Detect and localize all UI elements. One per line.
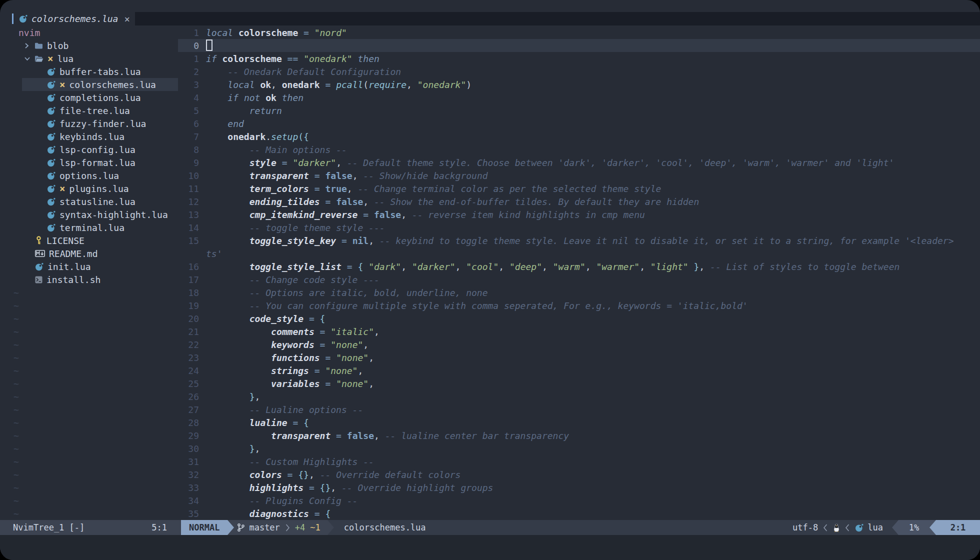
code-line[interactable]: 10 transparent = false, -- Show/hide bac… <box>178 169 980 182</box>
code-line[interactable]: 13 cmp_itemkind_reverse = false, -- reve… <box>178 208 980 221</box>
empty-line-tilde: ~ <box>0 468 178 481</box>
empty-line-tilde: ~ <box>0 429 178 442</box>
code-line[interactable]: 33 highlights = {}, -- Override highligh… <box>178 481 980 494</box>
code-line[interactable]: ts' <box>178 247 980 260</box>
tree-item-blob[interactable]: blob <box>0 39 178 52</box>
tree-item-lsp-config-lua[interactable]: lsp-config.lua <box>0 143 178 156</box>
tabline: colorschemes.lua × <box>0 12 980 26</box>
close-icon[interactable]: × <box>124 14 130 24</box>
chevron-down-icon[interactable] <box>24 56 31 62</box>
code-line[interactable]: 34 -- Plugins Config -- <box>178 494 980 507</box>
line-number: 31 <box>178 456 199 467</box>
line-text: -- Options are italic, bold, underline, … <box>206 288 488 298</box>
line-text: -- Plugins Config -- <box>206 496 358 506</box>
tree-item-options-lua[interactable]: options.lua <box>0 169 178 182</box>
code-line[interactable]: 11 term_colors = true, -- Change termina… <box>178 182 980 195</box>
code-line[interactable]: 29 transparent = false, -- lualine cente… <box>178 429 980 442</box>
line-number: 5 <box>178 106 199 116</box>
code-line[interactable]: 1if colorscheme == "onedark" then <box>178 52 980 65</box>
code-line[interactable]: 12 ending_tildes = false, -- Show the en… <box>178 195 980 208</box>
code-line[interactable]: 31 -- Custom Highlights -- <box>178 455 980 468</box>
code-line[interactable]: 6 end <box>178 117 980 130</box>
tree-item-lua[interactable]: ×lua <box>0 52 178 65</box>
lua-icon <box>47 80 56 89</box>
code-line[interactable]: 7 onedark.setup({ <box>178 130 980 143</box>
code-line[interactable]: 17 -- Change code style --- <box>178 273 980 286</box>
code-line[interactable]: 32 colors = {}, -- Override default colo… <box>178 468 980 481</box>
line-text: code_style = { <box>206 314 325 324</box>
line-text: ts' <box>206 248 222 259</box>
tree-item-terminal-lua[interactable]: terminal.lua <box>0 221 178 234</box>
line-number: 23 <box>178 352 199 363</box>
tree-item-init-lua[interactable]: init.lua <box>0 260 178 273</box>
code-line[interactable]: 21 comments = "italic", <box>178 325 980 338</box>
code-line[interactable]: 14 -- toggle theme style --- <box>178 221 980 234</box>
tree-item-lsp-format-lua[interactable]: lsp-format.lua <box>0 156 178 169</box>
empty-line-tilde: ~ <box>0 351 178 364</box>
code-line[interactable]: 23 functions = "none", <box>178 351 980 364</box>
lua-icon <box>47 172 56 180</box>
tree-item-nvim[interactable]: nvim <box>0 26 178 39</box>
tree-item-colorschemes-lua[interactable]: ×colorschemes.lua <box>0 78 178 91</box>
line-number: 30 <box>178 444 199 454</box>
tree-item-plugins-lua[interactable]: ×plugins.lua <box>0 182 178 195</box>
powerline-arrow <box>228 520 234 535</box>
line-number: 34 <box>178 496 199 506</box>
code-line[interactable]: 28 lualine = { <box>178 416 980 429</box>
code-line[interactable]: 4 if not ok then <box>178 91 980 104</box>
line-text: diagnostics = { <box>206 508 330 519</box>
tree-item-license[interactable]: LICENSE <box>0 234 178 247</box>
scroll-percent: 1% <box>898 520 930 535</box>
empty-line-tilde: ~ <box>0 390 178 403</box>
tree-item-completions-lua[interactable]: completions.lua <box>0 91 178 104</box>
code-line[interactable]: 35 diagnostics = { <box>178 507 980 520</box>
chevron-right-icon[interactable] <box>24 42 31 49</box>
tree-item-label: plugins.lua <box>69 184 128 194</box>
chevron-left-icon <box>823 520 828 535</box>
tree-item-statusline-lua[interactable]: statusline.lua <box>0 195 178 208</box>
code-line-cursor[interactable]: 0 <box>178 39 980 52</box>
line-text: toggle_style_list = { "dark", "darker", … <box>206 262 900 272</box>
tree-item-install-sh[interactable]: install.sh <box>0 273 178 286</box>
empty-line-tilde: ~ <box>0 325 178 338</box>
tree-item-label: options.lua <box>60 170 119 181</box>
powerline-arrow <box>892 520 898 535</box>
code-line[interactable]: 15 toggle_style_key = nil, -- keybind to… <box>178 234 980 247</box>
line-number: 21 <box>178 326 199 337</box>
line-number: 19 <box>178 300 199 311</box>
tab-colorschemes[interactable]: colorschemes.lua × <box>0 12 135 26</box>
code-line[interactable]: 3 local ok, onedark = pcall(require, "on… <box>178 78 980 91</box>
line-text: variables = "none", <box>206 378 374 389</box>
tree-item-readme-md[interactable]: README.md <box>0 247 178 260</box>
code-line[interactable]: 25 variables = "none", <box>178 377 980 390</box>
code-line[interactable]: 22 keywords = "none", <box>178 338 980 351</box>
line-number: 1 <box>178 28 199 38</box>
git-segment: master +4 ~1 <box>234 520 327 535</box>
line-text: ending_tildes = false, -- Show the end-o… <box>206 196 699 207</box>
empty-line-tilde: ~ <box>0 338 178 351</box>
code-line[interactable]: 5 return <box>178 104 980 117</box>
line-text: highlights = {}, -- Override highlight g… <box>206 482 493 493</box>
code-line[interactable]: 26 }, <box>178 390 980 403</box>
code-line[interactable]: 18 -- Options are italic, bold, underlin… <box>178 286 980 299</box>
file-encoding: utf-8 <box>792 520 818 535</box>
code-line[interactable]: 1local colorscheme = "nord" <box>178 26 980 39</box>
tree-item-file-tree-lua[interactable]: file-tree.lua <box>0 104 178 117</box>
tree-item-fuzzy-finder-lua[interactable]: fuzzy-finder.lua <box>0 117 178 130</box>
code-line[interactable]: 16 toggle_style_list = { "dark", "darker… <box>178 260 980 273</box>
tree-item-buffer-tabs-lua[interactable]: buffer-tabs.lua <box>0 65 178 78</box>
code-line[interactable]: 2 -- Onedark Default Configuration <box>178 65 980 78</box>
tree-item-keybinds-lua[interactable]: keybinds.lua <box>0 130 178 143</box>
code-line[interactable]: 24 strings = "none", <box>178 364 980 377</box>
code-line[interactable]: 30 }, <box>178 442 980 455</box>
lua-icon <box>47 120 56 128</box>
code-line[interactable]: 9 style = "darker", -- Default theme sty… <box>178 156 980 169</box>
code-line[interactable]: 19 -- You can configure multiple style w… <box>178 299 980 312</box>
line-number: 11 <box>178 184 199 194</box>
code-line[interactable]: 8 -- Main options -- <box>178 143 980 156</box>
tree-item-syntax-highlight-lua[interactable]: syntax-highlight.lua <box>0 208 178 221</box>
lua-file-icon <box>855 524 864 532</box>
code-line[interactable]: 27 -- Lualine options -- <box>178 403 980 416</box>
line-number: 35 <box>178 508 199 519</box>
code-line[interactable]: 20 code_style = { <box>178 312 980 325</box>
